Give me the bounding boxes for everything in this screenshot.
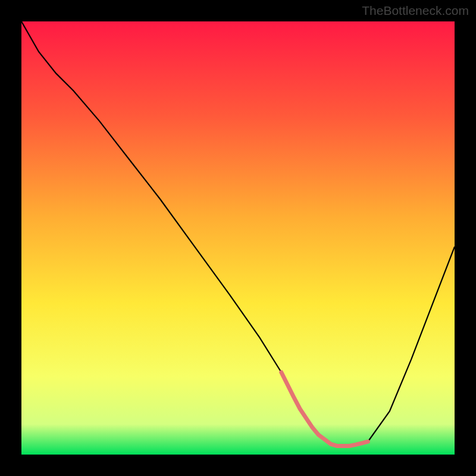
chart-svg: [21, 21, 455, 455]
watermark-text: TheBottleneck.com: [362, 4, 469, 18]
gradient-rect: [21, 21, 455, 455]
chart-background: [21, 21, 455, 455]
chart-area: [21, 21, 455, 455]
